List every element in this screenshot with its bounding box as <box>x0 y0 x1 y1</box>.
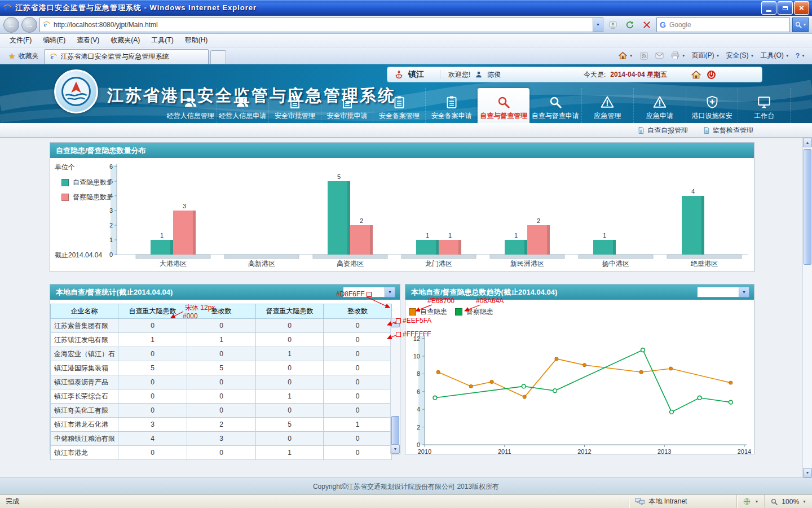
content-area: 自查隐患/督查隐患数量分布 单位个 自查隐患数量 督察隐患数量 截止2014.0… <box>0 138 812 478</box>
svg-text:高资港区: 高资港区 <box>337 260 364 268</box>
nav-item[interactable]: 自查与督查管理 <box>478 88 529 123</box>
cell-value: 4 <box>118 432 187 446</box>
table-row[interactable]: 镇江奇美化工有限0000 <box>51 404 392 418</box>
trend-filter-value <box>698 287 739 297</box>
clipboard-icon <box>444 95 459 110</box>
search-box[interactable]: G Google <box>656 17 790 32</box>
subnav-item[interactable]: 监督检查管理 <box>703 126 753 135</box>
cell-value: 0 <box>324 347 392 361</box>
magnifier-icon <box>795 21 802 29</box>
table-row[interactable]: 中储粮镇江粮油有限4300 <box>51 432 392 446</box>
favorites-button[interactable]: ★ 收藏夹 <box>3 49 44 63</box>
nav-item[interactable]: 港口设施保安 <box>686 88 739 123</box>
page-menu-button[interactable]: 页面(P)▼ <box>692 51 720 60</box>
trend-filter-select[interactable]: ▼ <box>697 287 749 297</box>
menu-item[interactable]: 编辑(E) <box>38 34 70 46</box>
table-row[interactable]: 镇江港国际集装箱5500 <box>51 361 392 375</box>
table-row[interactable]: 镇江李长荣综合石0010 <box>51 389 392 404</box>
back-button[interactable]: ← <box>3 17 19 33</box>
nav-item[interactable]: 经营人信息管理 <box>165 88 217 123</box>
compatibility-view-button[interactable] <box>606 17 620 32</box>
print-button[interactable]: ▼ <box>670 51 686 60</box>
status-mode-section[interactable]: ▼ <box>736 495 764 508</box>
globe-icon <box>743 497 751 506</box>
forward-button[interactable]: → <box>21 17 37 33</box>
read-mail-button[interactable] <box>655 51 664 60</box>
menu-item[interactable]: 收藏夹(A) <box>105 34 145 46</box>
clipboard-icon <box>392 95 407 110</box>
panel-trend-title: 本地自查/督查隐患总数趋势(截止2014.04.04) <box>411 288 557 296</box>
page-scroll-up-button[interactable]: ▲ <box>803 138 812 147</box>
help-button[interactable]: ?▼ <box>796 52 805 60</box>
user-name[interactable]: 陈俊 <box>487 70 501 80</box>
menu-item[interactable]: 帮助(H) <box>180 34 213 46</box>
table-row[interactable]: 镇江市港龙石化港3251 <box>51 418 392 432</box>
table-header-row: 企业名称自查重大隐患数整改数督查重大隐患数整改数 <box>51 304 392 319</box>
nav-item[interactable]: 经营人信息申请 <box>217 88 270 123</box>
menu-item[interactable]: 工具(T) <box>146 34 178 46</box>
stop-button[interactable] <box>639 17 654 32</box>
status-zoom-section[interactable]: 100% ▼ <box>764 495 812 508</box>
sub-nav-bar: 自查自报管理监督检查管理 <box>0 123 812 138</box>
page-scroll-down-button[interactable]: ▼ <box>803 468 812 478</box>
page-scroll-thumb[interactable] <box>804 149 811 265</box>
nav-item[interactable]: 应急申请 <box>634 88 686 123</box>
restore-button[interactable] <box>778 1 793 15</box>
url-dropdown-button[interactable]: ▼ <box>593 18 603 32</box>
search-input[interactable]: Google <box>669 21 691 29</box>
line-chart-svg: 02468101220102011201220132014 <box>405 316 754 455</box>
home-button[interactable]: ▼ <box>618 51 633 60</box>
safety-menu-button[interactable]: 安全(S)▼ <box>726 51 754 60</box>
svg-text:2012: 2012 <box>577 448 591 455</box>
nav-item[interactable]: 工作台 <box>738 88 791 123</box>
search-button[interactable]: ▼ <box>792 17 809 32</box>
cell-value: 1 <box>118 333 187 347</box>
refresh-button[interactable] <box>623 17 637 32</box>
cell-value: 0 <box>187 404 256 418</box>
tools-menu-button[interactable]: 工具(O)▼ <box>760 51 789 60</box>
cell-value: 0 <box>256 375 324 389</box>
menu-item[interactable]: 查看(V) <box>72 34 104 46</box>
nav-item[interactable]: 安全备案管理 <box>373 88 426 123</box>
search-dropdown-icon[interactable]: ▼ <box>803 23 807 27</box>
svg-text:2014: 2014 <box>738 448 751 455</box>
address-bar[interactable]: e http://localhost:8080/yjpt/Main.html ▼ <box>39 17 603 32</box>
tab-favicon-icon: e <box>49 52 58 61</box>
table-scrollbar[interactable]: ▲ ▼ <box>390 318 400 454</box>
table-row[interactable]: 镇江市港龙0010 <box>51 446 392 460</box>
logout-icon[interactable] <box>706 69 717 80</box>
table-row[interactable]: 江苏索普集团有限0000 <box>51 319 392 333</box>
portal-home-icon[interactable] <box>691 69 701 80</box>
menu-item[interactable]: 文件(F) <box>5 34 37 46</box>
cell-value: 0 <box>118 404 187 418</box>
table-scroll-down-button[interactable]: ▼ <box>391 444 400 454</box>
feeds-button[interactable] <box>639 51 648 60</box>
url-text[interactable]: http://localhost:8080/yjpt/Main.html <box>54 21 590 29</box>
table-row[interactable]: 镇江恒泰沥青产品0000 <box>51 375 392 389</box>
nav-item[interactable]: 自查与督查申请 <box>529 88 582 123</box>
tab-active[interactable]: e 江苏省港口安全监管与应急管理系统 <box>44 49 209 64</box>
close-button[interactable]: × <box>794 1 809 15</box>
window-titlebar: e 江苏省港口安全监管与应急管理系统 - Windows Internet Ex… <box>0 0 812 16</box>
panel-trend: 本地自查/督查隐患总数趋势(截止2014.04.04) ▼ 自查隐患 督察隐患 … <box>405 284 754 454</box>
cell-value: 0 <box>324 389 392 404</box>
cell-value: 5 <box>118 361 187 375</box>
nav-item[interactable]: 安全审批管理 <box>269 88 321 123</box>
monitor-icon <box>757 95 771 110</box>
subnav-item[interactable]: 自查自报管理 <box>637 126 688 135</box>
nav-item[interactable]: 应急管理 <box>582 88 634 123</box>
page-icon <box>637 126 645 134</box>
trend-filter-dropdown-icon[interactable]: ▼ <box>739 287 749 297</box>
new-tab-button[interactable] <box>210 50 226 64</box>
table-row[interactable]: 江苏镇江发电有限1100 <box>51 333 392 347</box>
table-row[interactable]: 金海宏业（镇江）石0010 <box>51 347 392 361</box>
cell-value: 0 <box>324 333 392 347</box>
nav-item[interactable]: 安全备案申请 <box>426 88 478 123</box>
table-filter-dropdown-icon[interactable]: ▼ <box>385 287 395 297</box>
table-scroll-thumb[interactable] <box>391 416 399 445</box>
nav-item-label: 安全备案申请 <box>431 111 472 121</box>
tab-title: 江苏省港口安全监管与应急管理系统 <box>61 52 169 62</box>
minimize-button[interactable] <box>761 1 776 15</box>
page-scrollbar[interactable]: ▲ ▼ <box>802 138 812 478</box>
nav-item[interactable]: 安全审批申请 <box>321 88 374 123</box>
